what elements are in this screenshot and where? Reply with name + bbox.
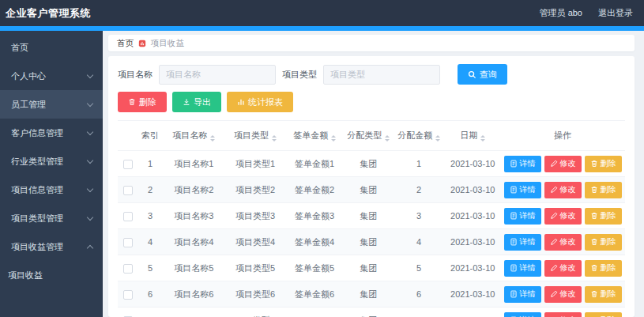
sort-icon[interactable] bbox=[435, 135, 440, 142]
row-checkbox[interactable] bbox=[123, 160, 133, 169]
row-delete-button[interactable]: 删除 bbox=[585, 182, 622, 198]
cell-alloc_amount: 4 bbox=[393, 229, 446, 255]
document-icon bbox=[510, 212, 518, 220]
cell-name: 11111 bbox=[162, 308, 226, 317]
sidebar-item-4[interactable]: 客户信息管理 bbox=[0, 119, 103, 147]
row-detail-label: 详情 bbox=[520, 212, 536, 220]
row-checkbox[interactable] bbox=[123, 290, 133, 300]
column-header[interactable]: 项目名称 bbox=[162, 121, 226, 151]
cell-sign_amount: 签单金额4 bbox=[285, 229, 345, 255]
search-button[interactable]: 查询 bbox=[458, 64, 507, 85]
row-delete-button[interactable]: 删除 bbox=[585, 312, 622, 317]
cell-name: 项目名称6 bbox=[162, 281, 226, 308]
sort-icon[interactable] bbox=[385, 135, 390, 142]
report-button-label: 统计报表 bbox=[248, 98, 283, 107]
sidebar-item-label: 个人中心 bbox=[11, 70, 46, 82]
project-name-input[interactable] bbox=[159, 65, 276, 85]
row-detail-label: 详情 bbox=[520, 160, 536, 168]
row-detail-label: 详情 bbox=[520, 186, 536, 194]
sidebar-item-9[interactable]: 项目收益 bbox=[0, 261, 103, 289]
sidebar-item-7[interactable]: 项目类型管理 bbox=[0, 204, 103, 232]
row-checkbox[interactable] bbox=[123, 212, 133, 221]
row-detail-button[interactable]: 详情 bbox=[504, 156, 541, 172]
cell-sign_amount: 500000 bbox=[285, 308, 345, 317]
body-row: 首页个人中心员工管理客户信息管理行业类型管理项目信息管理项目类型管理项目收益管理… bbox=[0, 31, 644, 317]
table-row: 6项目名称6项目类型6签单金额6集团62021-03-10详情修改删除 bbox=[118, 281, 625, 308]
column-header[interactable]: 项目类型 bbox=[226, 121, 285, 151]
pencil-icon bbox=[550, 212, 558, 220]
project-type-label: 项目类型 bbox=[282, 69, 317, 81]
row-detail-button[interactable]: 详情 bbox=[504, 286, 541, 303]
row-actions: 详情修改删除 bbox=[500, 177, 625, 203]
sort-icon[interactable] bbox=[272, 135, 277, 142]
trash-icon bbox=[590, 186, 598, 194]
logout-link[interactable]: 退出登录 bbox=[598, 7, 633, 19]
row-checkbox[interactable] bbox=[123, 186, 133, 195]
row-checkbox[interactable] bbox=[123, 264, 133, 274]
delete-button[interactable]: 删除 bbox=[118, 92, 167, 112]
column-header[interactable]: 签单金额 bbox=[285, 121, 345, 151]
chevron-down-icon bbox=[87, 213, 93, 220]
sidebar-item-3[interactable]: 员工管理 bbox=[0, 90, 103, 119]
column-header[interactable]: 分配金额 bbox=[393, 121, 446, 151]
row-checkbox[interactable] bbox=[123, 238, 133, 247]
project-type-input[interactable] bbox=[323, 65, 440, 85]
row-detail-button[interactable]: 详情 bbox=[504, 182, 541, 198]
row-detail-button[interactable]: 详情 bbox=[504, 312, 541, 317]
row-edit-button[interactable]: 修改 bbox=[544, 234, 582, 251]
row-detail-button[interactable]: 详情 bbox=[504, 208, 541, 225]
sidebar-item-5[interactable]: 行业类型管理 bbox=[0, 147, 103, 175]
sidebar-item-1[interactable]: 首页 bbox=[0, 33, 103, 62]
row-delete-label: 删除 bbox=[601, 264, 616, 272]
row-delete-button[interactable]: 删除 bbox=[585, 286, 622, 303]
row-edit-button[interactable]: 修改 bbox=[544, 156, 582, 172]
column-header[interactable]: 分配类型 bbox=[345, 121, 393, 151]
row-edit-button[interactable]: 修改 bbox=[544, 260, 582, 277]
cell-name: 项目名称1 bbox=[162, 151, 226, 177]
sidebar-item-6[interactable]: 项目信息管理 bbox=[0, 175, 103, 204]
sort-icon[interactable] bbox=[480, 135, 485, 142]
export-button[interactable]: 导出 bbox=[172, 92, 221, 112]
column-label: 操作 bbox=[554, 130, 571, 140]
row-delete-button[interactable]: 删除 bbox=[585, 208, 622, 225]
cell-name: 项目名称5 bbox=[162, 255, 226, 281]
breadcrumb-home-link[interactable]: 首页 bbox=[117, 38, 134, 49]
cell-index: 6 bbox=[138, 281, 162, 308]
bar-chart-icon bbox=[237, 98, 245, 106]
sidebar-item-2[interactable]: 个人中心 bbox=[0, 62, 103, 90]
row-delete-label: 删除 bbox=[601, 186, 616, 194]
row-detail-button[interactable]: 详情 bbox=[504, 260, 541, 277]
sidebar-item-label: 项目类型管理 bbox=[11, 213, 63, 225]
report-button[interactable]: 统计报表 bbox=[227, 92, 293, 112]
cell-name: 项目名称2 bbox=[162, 177, 226, 203]
sort-icon[interactable] bbox=[331, 135, 336, 142]
document-icon bbox=[510, 160, 518, 168]
cell-type: 项目类型5 bbox=[226, 255, 285, 281]
row-edit-button[interactable]: 修改 bbox=[544, 286, 582, 303]
row-detail-button[interactable]: 详情 bbox=[504, 234, 541, 251]
select-all-column bbox=[118, 121, 138, 151]
column-label: 项目类型 bbox=[234, 130, 269, 140]
row-edit-button[interactable]: 修改 bbox=[544, 312, 582, 317]
sort-icon[interactable] bbox=[210, 135, 215, 142]
sidebar-item-label: 项目收益 bbox=[8, 270, 43, 281]
column-label: 日期 bbox=[460, 130, 477, 140]
cell-alloc_amount: 250000 bbox=[393, 308, 446, 317]
cell-type: 项目类型3 bbox=[226, 203, 285, 229]
sidebar-item-8[interactable]: 项目收益管理 bbox=[0, 232, 103, 261]
trash-icon bbox=[590, 290, 598, 298]
column-header[interactable]: 日期 bbox=[445, 121, 500, 151]
document-icon bbox=[510, 290, 518, 298]
current-user[interactable]: 管理员 abo bbox=[540, 7, 582, 19]
table-row: 711111XX类型500000集团2500002021-03-01详情修改删除 bbox=[118, 308, 625, 317]
cell-alloc_type: 集团 bbox=[345, 229, 393, 255]
breadcrumb: 首页 项目收益 bbox=[108, 35, 635, 51]
chevron-down-icon bbox=[87, 157, 93, 163]
row-edit-button[interactable]: 修改 bbox=[544, 182, 582, 198]
row-edit-button[interactable]: 修改 bbox=[544, 208, 582, 225]
cell-sign_amount: 签单金额2 bbox=[285, 177, 345, 203]
row-delete-button[interactable]: 删除 bbox=[585, 234, 622, 251]
row-delete-button[interactable]: 删除 bbox=[585, 156, 622, 172]
document-icon bbox=[510, 264, 518, 272]
row-delete-button[interactable]: 删除 bbox=[585, 260, 622, 277]
